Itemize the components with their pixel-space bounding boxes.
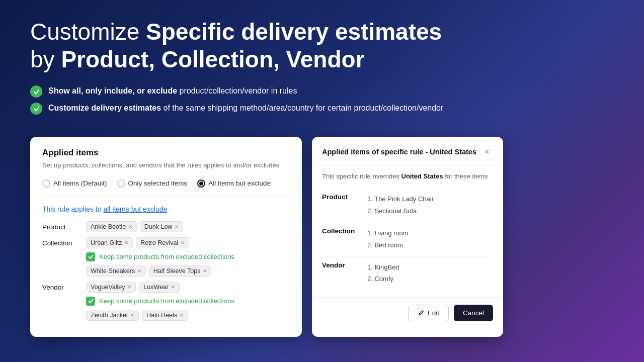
hero-title: Customize Specific delivery estimates by… xyxy=(30,18,614,73)
close-button[interactable]: × xyxy=(481,146,493,158)
vendor-tags: VogueValley × LuxWear × xyxy=(86,282,234,293)
rule-table: Product 1. The Pink Lady Chair 2. Sectio… xyxy=(322,188,493,290)
edit-button[interactable]: Edit xyxy=(408,305,449,321)
product-row: Product Ankle Bootie × Dunk Low × xyxy=(42,221,290,232)
feature-list: Show all, only include, or exclude produ… xyxy=(30,85,614,115)
edit-icon xyxy=(418,309,425,316)
hero-section: Customize Specific delivery estimates by… xyxy=(0,0,644,137)
radio-only-selected[interactable]: Only selected items xyxy=(117,179,188,188)
rule-vendor-row: Vendor 1. KingBed 2. Comfy xyxy=(322,256,493,290)
rule-vendor-label: Vendor xyxy=(322,256,367,290)
radio-all-but-exclude[interactable]: All items but exclude xyxy=(197,179,271,188)
product-tags: Ankle Bootie × Dunk Low × xyxy=(86,221,183,232)
tag-ankle-bootie: Ankle Bootie × xyxy=(86,221,137,232)
right-panel-body: This specific rule overrides United Stat… xyxy=(312,165,503,297)
tag-zenith-jacket: Zenith Jacket × xyxy=(86,310,139,321)
panels-container: Applied items Set up products, collectio… xyxy=(0,137,644,336)
right-panel-header: Applied items of specific rule - United … xyxy=(312,137,503,165)
radio-label-3: All items but exclude xyxy=(208,179,271,187)
tag-retro-revival: Retro Revival × xyxy=(136,237,189,248)
keep-products-vendor-text: Keep some products from excluded collect… xyxy=(99,297,234,305)
keep-products-collection-row: Keep some products from excluded collect… xyxy=(86,252,234,261)
right-panel-footer: Edit Cancel xyxy=(312,297,503,328)
right-panel-title: Applied items of specific rule - United … xyxy=(322,148,476,156)
overrides-bold: United States xyxy=(401,172,443,180)
rule-applies-text: This rule applies to all items but exclu… xyxy=(42,205,290,213)
overrides-text: This specific rule overrides United Stat… xyxy=(322,172,493,180)
radio-label-2: Only selected items xyxy=(128,179,188,187)
tag-half-sleeve-tops-remove[interactable]: × xyxy=(203,267,207,274)
collection-content: Urban Glitz × Retro Revival × Keep some … xyxy=(86,237,234,277)
tag-half-sleeve-tops: Half Sleeve Tops × xyxy=(149,265,211,277)
feature-item-1: Show all, only include, or exclude produ… xyxy=(30,85,614,98)
collection-sub-tags: White Sneakers × Half Sleeve Tops × xyxy=(86,265,234,277)
right-panel: Applied items of specific rule - United … xyxy=(312,137,503,336)
green-check-vendor xyxy=(86,297,95,306)
product-label: Product xyxy=(42,221,80,231)
rule-applies-link[interactable]: all items but exclude xyxy=(103,205,167,213)
tag-voguevalley: VogueValley × xyxy=(86,282,136,293)
panel-title: Applied items xyxy=(42,148,290,158)
tag-ankle-bootie-remove[interactable]: × xyxy=(128,223,132,230)
rule-vendor-values: 1. KingBed 2. Comfy xyxy=(367,256,493,290)
tag-luxwear-remove[interactable]: × xyxy=(171,284,175,290)
tag-zenith-jacket-remove[interactable]: × xyxy=(130,312,134,318)
feature-item-2: Customize delivery estimates of the same… xyxy=(30,103,614,115)
tag-urban-glitz: Urban Glitz × xyxy=(86,237,133,248)
vendor-label: Vendor xyxy=(42,282,80,291)
radio-group: All items (Default) Only selected items … xyxy=(42,179,290,196)
vendor-row: Vendor VogueValley × LuxWear × xyxy=(42,282,290,321)
collection-row: Collection Urban Glitz × Retro Revival × xyxy=(42,237,290,277)
check-icon-2 xyxy=(30,103,42,115)
radio-all-items[interactable]: All items (Default) xyxy=(42,179,107,188)
cancel-button[interactable]: Cancel xyxy=(454,305,493,321)
collection-label: Collection xyxy=(42,237,80,247)
green-check-collection xyxy=(86,252,95,261)
tag-dunk-low-remove[interactable]: × xyxy=(175,223,179,230)
rule-product-row: Product 1. The Pink Lady Chair 2. Sectio… xyxy=(322,188,493,222)
check-icon-1 xyxy=(30,85,42,98)
rule-product-values: 1. The Pink Lady Chair 2. Sectional Sofa xyxy=(367,188,493,222)
tag-white-sneakers-remove[interactable]: × xyxy=(137,267,141,274)
tag-urban-glitz-remove[interactable]: × xyxy=(125,239,129,246)
tag-voguevalley-remove[interactable]: × xyxy=(128,284,132,290)
vendor-content: VogueValley × LuxWear × Keep some produc… xyxy=(86,282,234,321)
feature-2-text: of the same shipping method/area/country… xyxy=(161,104,443,112)
feature-1-bold: Show all, only include, or exclude xyxy=(48,86,177,95)
tag-halo-heels: Halo Heels × xyxy=(142,310,188,321)
radio-circle-2 xyxy=(117,179,125,188)
tag-luxwear: LuxWear × xyxy=(139,282,179,293)
radio-circle-1 xyxy=(42,179,50,188)
tag-retro-revival-remove[interactable]: × xyxy=(181,239,185,246)
tag-dunk-low: Dunk Low × xyxy=(140,221,183,232)
rule-collection-row: Collection 1. Living room 2. Bed room xyxy=(322,222,493,256)
tag-halo-heels-remove[interactable]: × xyxy=(180,312,184,318)
tag-white-sneakers: White Sneakers × xyxy=(86,265,146,277)
panel-desc: Set up products, collections, and vendor… xyxy=(42,161,290,170)
rule-collection-label: Collection xyxy=(322,222,367,256)
rule-collection-values: 1. Living room 2. Bed room xyxy=(367,222,493,256)
radio-circle-3 xyxy=(197,179,205,188)
left-panel: Applied items Set up products, collectio… xyxy=(30,137,302,336)
collection-tags: Urban Glitz × Retro Revival × xyxy=(86,237,234,248)
vendor-sub-tags: Zenith Jacket × Halo Heels × xyxy=(86,310,234,321)
keep-products-vendor-row: Keep some products from excluded collect… xyxy=(86,297,234,306)
feature-1-text: product/collection/vendor in rules xyxy=(177,86,297,95)
rule-product-label: Product xyxy=(322,188,367,222)
feature-2-bold: Customize delivery estimates xyxy=(48,104,161,112)
keep-products-collection-text: Keep some products from excluded collect… xyxy=(99,253,234,260)
radio-label-1: All items (Default) xyxy=(53,179,107,187)
